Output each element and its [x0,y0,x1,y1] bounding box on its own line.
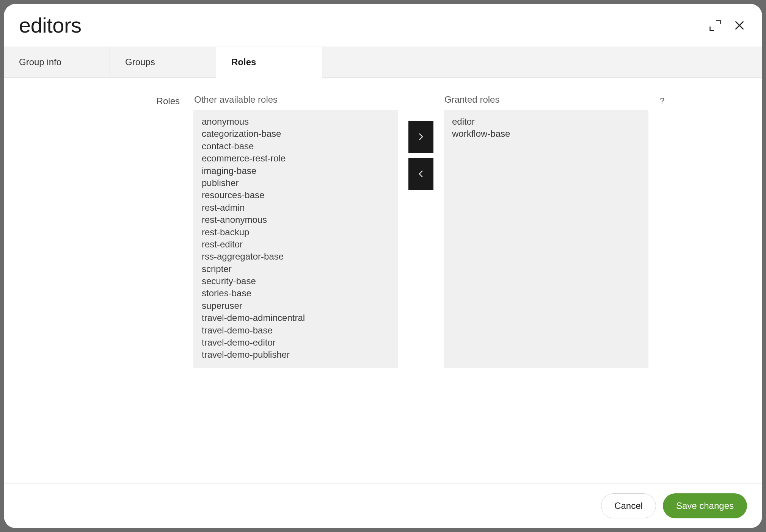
cancel-button[interactable]: Cancel [601,493,656,518]
edit-group-dialog: editors Group info Groups [4,4,762,528]
list-item[interactable]: rss-aggregator-base [202,250,390,263]
list-item[interactable]: resources-base [202,189,390,201]
header-actions [708,18,747,33]
list-item[interactable]: ecommerce-rest-role [202,152,390,164]
help-icon[interactable]: ? [660,96,664,105]
granted-column: Granted roles editorworkflow-base [444,94,648,368]
save-button[interactable]: Save changes [663,493,747,518]
dialog-footer: Cancel Save changes [4,483,762,528]
list-item[interactable]: stories-base [202,287,390,299]
dialog-backdrop: editors Group info Groups [0,0,766,532]
dialog-header: editors [4,4,762,47]
granted-roles-listbox[interactable]: editorworkflow-base [444,110,648,368]
list-item[interactable]: security-base [202,275,390,287]
transfer-controls [398,94,444,190]
close-icon[interactable] [732,18,747,33]
remove-role-button[interactable] [408,158,433,190]
available-roles-listbox[interactable]: anonymouscategorization-basecontact-base… [193,110,398,368]
list-item[interactable]: publisher [202,177,390,189]
dialog-body: Roles Other available roles anonymouscat… [4,78,762,483]
list-item[interactable]: travel-demo-base [202,324,390,336]
list-item[interactable]: rest-anonymous [202,214,390,226]
list-item[interactable]: imaging-base [202,165,390,177]
list-item[interactable]: categorization-base [202,128,390,140]
chevron-right-icon [418,133,424,141]
list-item[interactable]: workflow-base [452,128,640,140]
available-roles-header: Other available roles [193,94,398,110]
list-item[interactable]: scripter [202,263,390,275]
list-item[interactable]: travel-demo-admincentral [202,312,390,324]
help-column: ? [648,94,671,106]
section-label-roles: Roles [61,94,193,106]
tabs: Group info Groups Roles [4,47,762,78]
list-item[interactable]: superuser [202,300,390,312]
list-item[interactable]: editor [452,116,640,128]
available-column: Other available roles anonymouscategoriz… [193,94,398,368]
tab-groups[interactable]: Groups [110,47,216,77]
add-role-button[interactable] [408,121,433,153]
list-item[interactable]: rest-admin [202,202,390,214]
expand-icon[interactable] [708,18,723,33]
granted-roles-header: Granted roles [444,94,648,110]
tab-group-info[interactable]: Group info [4,47,110,77]
list-item[interactable]: contact-base [202,140,390,152]
tab-roles[interactable]: Roles [216,47,322,78]
list-item[interactable]: rest-backup [202,226,390,238]
list-item[interactable]: travel-demo-publisher [202,349,390,361]
list-item[interactable]: anonymous [202,116,390,128]
chevron-left-icon [418,170,424,178]
roles-layout: Roles Other available roles anonymouscat… [61,94,705,368]
list-item[interactable]: travel-demo-editor [202,336,390,349]
dialog-title: editors [19,13,82,38]
list-item[interactable]: rest-editor [202,238,390,250]
